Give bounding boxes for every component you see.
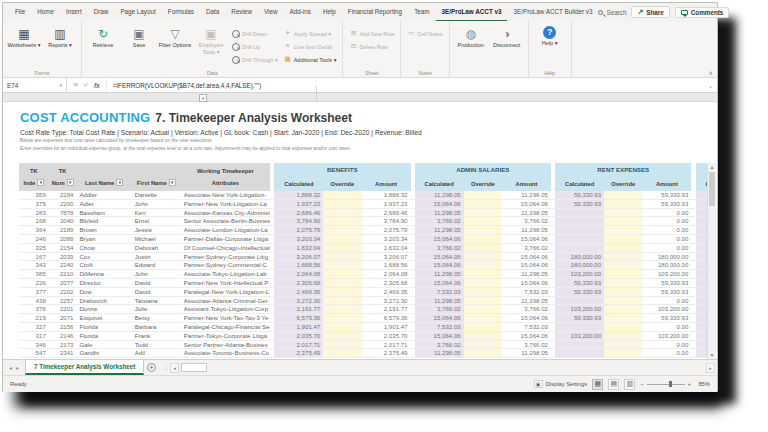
outline-expand-button[interactable]: + (199, 94, 207, 102)
display-settings-button[interactable]: ▣Display Settings (534, 380, 588, 388)
cell-ben-calc[interactable]: 2,035.70 (274, 332, 323, 341)
cell-rent-calc[interactable] (555, 226, 604, 235)
cell-tk-num[interactable]: 2173 (49, 341, 77, 350)
cell-ben-amt[interactable]: 1,937.23 (362, 200, 411, 209)
cell-tk-index[interactable]: 168 (19, 217, 49, 226)
cell-ben-amt[interactable]: 1,688.56 (362, 261, 411, 270)
filter-options-button[interactable]: ▽Filter Options (158, 23, 192, 49)
cell-rent-calc[interactable] (555, 297, 604, 306)
cell-rent-ovr[interactable] (604, 314, 642, 323)
cell-rent-amt[interactable]: 0.00 (642, 244, 691, 253)
cell-rent-amt[interactable]: 180,000.00 (642, 253, 691, 262)
cell-first-name[interactable]: Tatsiana (132, 297, 181, 306)
cell-attributes[interactable]: Partner-Sydney-Commercial-C (181, 261, 270, 270)
cell-tk-index[interactable]: 317 (19, 332, 49, 341)
page-layout-view-icon[interactable]: ▤ (608, 379, 619, 390)
cell-rent-calc[interactable]: 180,000.00 (555, 261, 604, 270)
cell-ben-ovr[interactable] (323, 253, 361, 262)
cell-tk-index[interactable]: 283 (19, 209, 49, 218)
cell-last-name[interactable]: Cox (76, 253, 131, 262)
cell-attributes[interactable]: Associate-Toronto-Business-Co (181, 349, 270, 358)
cell-rent-calc[interactable]: 59,330.93 (555, 200, 604, 209)
horizontal-scroll-thumb[interactable] (181, 363, 207, 372)
cell-ben-amt[interactable]: 1,632.04 (362, 244, 411, 253)
cell-last-name[interactable]: Drabovich (76, 297, 131, 306)
cell-attributes[interactable]: Partner-Tokyo-Corporate Litiga (181, 332, 270, 341)
ribbon-tab-add-ins[interactable]: Add-ins (284, 3, 317, 22)
cell-ben-amt[interactable]: 3,206.07 (362, 253, 411, 262)
cell-attributes[interactable]: Paralegal-Chicago-Financial Ser (181, 323, 270, 332)
cell-ben-calc[interactable]: 2,375.49 (274, 349, 323, 358)
cell-tk-index[interactable]: 167 (19, 253, 49, 262)
cell-first-name[interactable]: Ernst (132, 217, 181, 226)
cell-first-name[interactable]: Adil (132, 349, 181, 358)
cell-adm-calc[interactable]: 7,532.03 (415, 323, 464, 332)
reports-button[interactable]: ▥Reports ▾ (43, 23, 77, 49)
cell-last-name[interactable]: Esquivel (76, 314, 131, 323)
cell-first-name[interactable]: Barbara (132, 323, 181, 332)
cell-attributes[interactable]: Of Counsel-Chicago-Intellectual (181, 244, 270, 253)
cell-first-name[interactable]: Todd (132, 341, 181, 350)
cell-adm-amt[interactable]: 7,532.03 (502, 288, 551, 297)
cell-adm-calc[interactable]: 3,766.02 (415, 244, 464, 253)
scroll-right-icon[interactable]: ▸ (706, 363, 715, 373)
cell-last-name[interactable]: Blofeld (76, 217, 131, 226)
cell-rent-amt[interactable]: 0.00 (642, 349, 691, 358)
cell-rent-amt[interactable]: 0.00 (642, 297, 691, 306)
sheet-nav-right-icon[interactable]: ▸ (16, 364, 19, 371)
cell-rent-ovr[interactable] (604, 226, 642, 235)
cell-adm-amt[interactable]: 15,064.06 (502, 235, 551, 244)
production-button[interactable]: ◍Production (454, 23, 488, 49)
cell-adm-amt[interactable]: 15,064.06 (502, 200, 551, 209)
zoom-slider[interactable] (647, 384, 685, 385)
cell-rent-calc[interactable]: 103,200.00 (555, 270, 604, 279)
cell-last-name[interactable]: Gandhi (76, 349, 131, 358)
cell-rent-amt[interactable]: 103,200.00 (642, 332, 691, 341)
cell-last-name[interactable]: Gale (76, 341, 131, 350)
cell-last-name[interactable]: DiMenna (76, 270, 131, 279)
cell-adm-ovr[interactable] (464, 235, 502, 244)
cell-rent-calc[interactable] (555, 323, 604, 332)
enter-icon[interactable]: ✓ (83, 81, 88, 89)
cell-tk-index[interactable]: 219 (19, 314, 49, 323)
cell-rent-amt[interactable]: 0.00 (642, 226, 691, 235)
cell-rent-calc[interactable]: 59,330.93 (555, 279, 604, 288)
cell-attributes[interactable]: Associate-Atlanta-Criminal-Ger (181, 297, 270, 306)
tab-splitter-handle[interactable]: ⁞ (166, 365, 168, 371)
cell-tk-index[interactable]: 325 (19, 244, 49, 253)
normal-view-icon[interactable]: ▦ (592, 379, 603, 390)
share-button[interactable]: ↗Share (631, 6, 669, 18)
cell-last-name[interactable]: Bassham (76, 209, 131, 218)
cell-tk-index[interactable]: 364 (19, 226, 49, 235)
cell-ben-calc[interactable]: 2,075.79 (274, 226, 323, 235)
cell-adm-calc[interactable]: 11,298.05 (415, 297, 464, 306)
cell-adm-amt[interactable]: 11,298.05 (502, 349, 551, 358)
cell-ben-amt[interactable]: 2,305.68 (362, 279, 411, 288)
ribbon-tab-formulas[interactable]: Formulas (162, 3, 200, 22)
cell-last-name[interactable]: Florida (76, 323, 131, 332)
cell-adm-calc[interactable]: 11,298.05 (415, 349, 464, 358)
search-box[interactable]: Search (598, 9, 626, 16)
cell-first-name[interactable]: John (132, 270, 181, 279)
cell-adm-amt[interactable]: 15,064.06 (502, 279, 551, 288)
ribbon-tab-team[interactable]: Team (408, 3, 435, 22)
cell-tk-num[interactable]: 2202 (49, 288, 77, 297)
cell-tk-index[interactable]: 375 (19, 200, 49, 209)
cell-ben-calc[interactable]: 3,784.90 (274, 217, 323, 226)
cell-ben-amt[interactable]: 2,686.46 (362, 209, 411, 218)
cell-rent-ovr[interactable] (604, 332, 642, 341)
cell-adm-calc[interactable]: 11,298.05 (415, 270, 464, 279)
cell-ben-ovr[interactable] (323, 244, 361, 253)
cell-last-name[interactable]: Director (76, 279, 131, 288)
cell-tk-num[interactable]: 2201 (49, 305, 77, 314)
cell-adm-calc[interactable]: 15,064.06 (415, 332, 464, 341)
cell-ben-ovr[interactable] (323, 226, 361, 235)
cell-ben-calc[interactable]: 3,206.07 (274, 253, 323, 262)
name-box[interactable]: E74▾ (3, 78, 67, 92)
cell-ben-amt[interactable]: 2,469.35 (362, 288, 411, 297)
cell-first-name[interactable]: Julie (132, 305, 181, 314)
worksheets-button[interactable]: ▦Worksheets ▾ (7, 23, 41, 49)
cell-adm-amt[interactable]: 11,298.05 (502, 226, 551, 235)
cell-first-name[interactable]: John (132, 200, 181, 209)
cell-tk-index[interactable]: 343 (19, 261, 49, 270)
